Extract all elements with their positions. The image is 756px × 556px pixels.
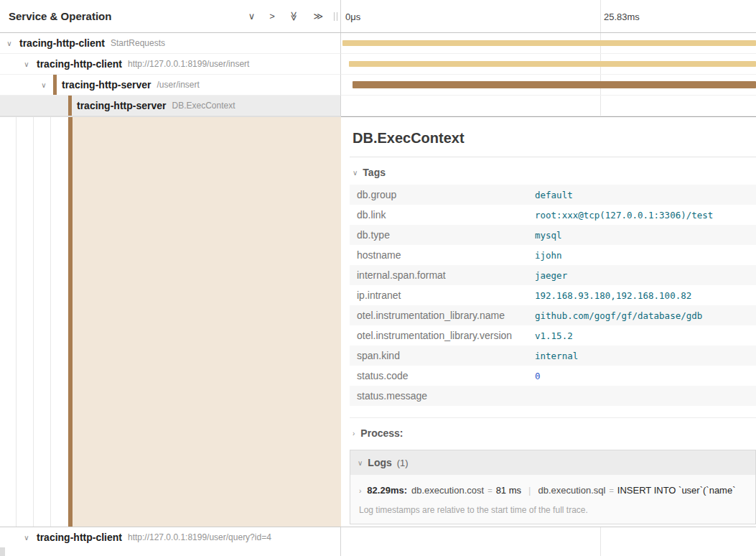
tag-key: status.message <box>350 386 528 406</box>
tag-key: otel.instrumentation_library.version <box>350 325 528 346</box>
operation-name: /user/insert <box>157 80 199 90</box>
log-field: db.execution.cost=81 ms <box>411 485 521 496</box>
tag-value: root:xxx@tcp(127.0.0.1:3306)/test <box>528 205 756 225</box>
tag-key: internal.span.format <box>350 265 528 285</box>
log-field-value: INSERT INTO `user`(`name` <box>617 485 736 496</box>
tags-title: Tags <box>363 167 386 178</box>
tag-key: db.type <box>350 225 528 245</box>
span-duration-bar[interactable] <box>349 61 756 67</box>
tag-row: hostnameijohn <box>350 245 756 265</box>
span-name-cell[interactable]: ∨ tracing-http-server /user/insert <box>0 75 341 96</box>
span-timeline-cell[interactable] <box>341 33 756 54</box>
bottom-strip <box>0 547 756 556</box>
timeline-gridline <box>600 547 601 556</box>
logs-body: › 82.29ms: db.execution.cost=81 ms | db.… <box>350 475 755 524</box>
tag-row: span.kindinternal <box>350 346 756 366</box>
service-name: tracing-http-client <box>37 532 122 543</box>
detail-indent-area <box>0 116 341 527</box>
timeline-gridline <box>600 527 601 547</box>
indent-guideline <box>33 117 34 527</box>
tag-row: status.message <box>350 386 756 406</box>
tag-value: mysql <box>528 225 756 245</box>
span-name-cell[interactable]: ∨ tracing-http-client StartRequests <box>0 33 341 54</box>
indent-guideline <box>16 117 17 527</box>
span-row-user-insert-client[interactable]: ∨ tracing-http-client http://127.0.0.1:8… <box>0 54 756 75</box>
tag-value: internal <box>528 346 756 366</box>
chevron-down-icon: ∨ <box>353 169 358 177</box>
tag-value: v1.15.2 <box>528 325 756 346</box>
span-duration-bar[interactable] <box>353 81 756 88</box>
equals-sign: = <box>609 486 613 495</box>
span-timeline-cell[interactable] <box>341 75 756 96</box>
expand-all-icon[interactable]: ≫ <box>313 11 323 21</box>
tag-value: ijohn <box>528 245 756 265</box>
ruler-gridline <box>600 0 601 32</box>
tag-row: db.groupdefault <box>350 185 756 205</box>
logs-accordion-header[interactable]: ∨ Logs (1) <box>350 450 755 475</box>
tag-key: ip.intranet <box>350 285 528 305</box>
collapse-all-icon[interactable]: ≫ <box>289 11 299 22</box>
span-detail-panel: DB.ExecContext ∨ Tags db.groupdefault db… <box>341 116 756 527</box>
service-operation-header: Service & Operation ∨ > ≫ ≫ <box>0 0 341 32</box>
span-name-cell[interactable]: ∨ tracing-http-client http://127.0.0.1:8… <box>0 54 341 75</box>
log-field: db.execution.sql=INSERT INTO `user`(`nam… <box>538 485 735 496</box>
bottom-strip-right <box>341 547 756 556</box>
chevron-down-icon[interactable]: ∨ <box>4 40 14 47</box>
span-timeline-cell[interactable] <box>341 527 756 547</box>
column-resizer-handle[interactable] <box>334 12 337 21</box>
tree-controls: ∨ > ≫ ≫ <box>248 11 323 21</box>
span-row-start-requests[interactable]: ∨ tracing-http-client StartRequests <box>0 33 756 54</box>
operation-name: http://127.0.0.1:8199/user/query?id=4 <box>128 532 271 542</box>
tag-value: default <box>528 185 756 205</box>
process-accordion-header[interactable]: › Process: <box>350 417 756 448</box>
span-row-user-insert-server[interactable]: ∨ tracing-http-server /user/insert <box>0 75 756 96</box>
log-field-value: 81 ms <box>496 485 521 496</box>
operation-name: http://127.0.0.1:8199/user/insert <box>128 59 249 69</box>
indent-guideline <box>50 117 51 527</box>
detail-row-tint <box>73 117 341 527</box>
timeline-gridline <box>600 96 601 116</box>
service-name: tracing-http-client <box>19 37 105 49</box>
expand-one-icon[interactable]: > <box>269 11 275 21</box>
span-timeline-cell[interactable] <box>341 54 756 75</box>
equals-sign: = <box>487 486 492 495</box>
bottom-strip-left <box>0 547 341 556</box>
tag-key: status.code <box>350 366 528 386</box>
chevron-down-icon[interactable]: ∨ <box>39 81 49 89</box>
tag-value: jaeger <box>528 265 756 285</box>
tag-row: internal.span.formatjaeger <box>350 265 756 285</box>
field-separator: | <box>528 485 531 496</box>
tag-row: db.typemysql <box>350 225 756 245</box>
span-row-user-query[interactable]: ∨ tracing-http-client http://127.0.0.1:8… <box>0 527 756 547</box>
tag-value <box>528 386 756 406</box>
chevron-right-icon: › <box>359 487 361 495</box>
chevron-down-icon[interactable]: ∨ <box>22 60 32 68</box>
span-name-cell[interactable]: ∨ tracing-http-client http://127.0.0.1:8… <box>0 527 341 547</box>
tags-accordion-header[interactable]: ∨ Tags <box>350 157 756 185</box>
process-title: Process: <box>360 427 403 439</box>
chevron-down-icon: ∨ <box>358 459 363 467</box>
tags-table: db.groupdefault db.linkroot:xxx@tcp(127.… <box>350 185 756 406</box>
timeline-ruler: 0μs 25.83ms <box>341 0 756 32</box>
logs-section: ∨ Logs (1) › 82.29ms: db.execution.cost=… <box>350 450 756 524</box>
log-timestamp: 82.29ms: <box>367 485 407 496</box>
log-entry[interactable]: › 82.29ms: db.execution.cost=81 ms | db.… <box>359 485 747 496</box>
span-color-indicator <box>53 75 57 95</box>
span-row-db-execcontext[interactable]: tracing-http-server DB.ExecContext <box>0 96 756 116</box>
tick-label-start: 0μs <box>345 11 360 22</box>
span-detail-region: DB.ExecContext ∨ Tags db.groupdefault db… <box>0 116 756 527</box>
span-timeline-cell[interactable] <box>341 96 756 116</box>
service-name: tracing-http-client <box>37 58 122 70</box>
span-name-cell[interactable]: tracing-http-server DB.ExecContext <box>0 96 341 116</box>
chevron-down-icon[interactable]: ∨ <box>22 534 32 542</box>
tag-row: db.linkroot:xxx@tcp(127.0.0.1:3306)/test <box>350 205 756 225</box>
span-color-indicator <box>68 96 72 116</box>
tag-row: status.code0 <box>350 366 756 386</box>
service-name: tracing-http-server <box>62 79 151 91</box>
collapse-one-icon[interactable]: ∨ <box>248 11 256 21</box>
logs-title: Logs <box>368 457 391 468</box>
chevron-right-icon: › <box>353 430 355 437</box>
tag-row: otel.instrumentation_library.versionv1.1… <box>350 325 756 346</box>
logs-footnote: Log timestamps are relative to the start… <box>359 505 747 515</box>
span-duration-bar[interactable] <box>342 40 756 46</box>
